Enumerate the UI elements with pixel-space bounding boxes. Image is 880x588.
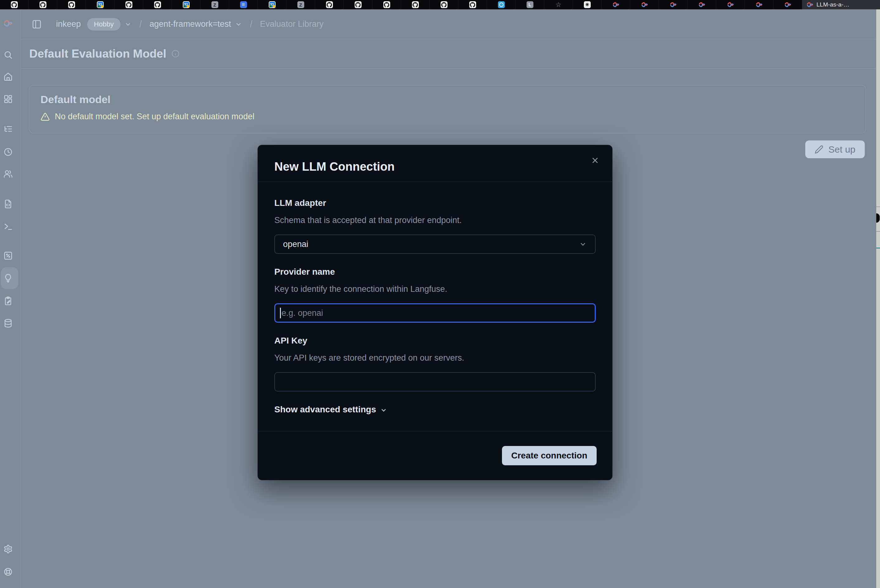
create-connection-button[interactable]: Create connection — [502, 446, 597, 465]
active-tab-title: LLM-as-a-… — [817, 1, 850, 8]
show-advanced-settings-toggle[interactable]: Show advanced settings — [274, 405, 387, 414]
warning-text: No default model set. Set up default eva… — [55, 112, 255, 122]
browser-tab-langfuse[interactable] — [716, 0, 745, 9]
card-title: Default model — [40, 93, 855, 106]
sidebar-item-datasets[interactable] — [3, 318, 14, 329]
panel-left-icon — [32, 19, 42, 29]
github-favicon-icon — [11, 1, 18, 8]
chat-favicon-icon — [498, 1, 505, 8]
llm-adapter-value: openai — [283, 240, 308, 249]
api-key-description: Your API keys are stored encrypted on ou… — [274, 353, 596, 363]
langfuse-favicon-icon — [784, 1, 791, 8]
github-favicon-icon — [355, 1, 361, 8]
plan-badge: Hobby — [87, 18, 121, 30]
browser-tab-langfuse[interactable] — [688, 0, 716, 9]
page-header: Default Evaluation Model — [21, 39, 876, 69]
sidebar-item-support[interactable] — [3, 566, 14, 578]
browser-tab-l[interactable]: L — [516, 0, 544, 9]
dialog-title: New LLM Connection — [274, 160, 597, 174]
sidebar-item-scores[interactable] — [3, 250, 14, 261]
advanced-settings-label: Show advanced settings — [274, 405, 376, 414]
sidebar-item-dashboards[interactable] — [3, 93, 14, 105]
browser-tab-langfuse[interactable] — [630, 0, 659, 9]
org-switcher-button[interactable] — [124, 21, 132, 28]
browser-tab-star[interactable]: ☆ — [544, 0, 573, 9]
browser-tab-github[interactable] — [401, 0, 430, 9]
browser-tab-langfuse[interactable] — [659, 0, 688, 9]
chevron-down-icon — [124, 21, 132, 28]
square-percent-icon — [3, 251, 13, 260]
edge-notch — [876, 213, 880, 223]
default-model-card: Default model No default model set. Set … — [29, 85, 866, 133]
browser-tab-github[interactable] — [143, 0, 172, 9]
dialog-footer: Create connection — [258, 431, 612, 480]
breadcrumb-org[interactable]: inkeep — [56, 19, 81, 29]
browser-tab-active[interactable]: LLM-as-a-… — [802, 0, 880, 9]
search-icon — [3, 50, 13, 60]
browser-tab-langfuse[interactable] — [745, 0, 774, 9]
provider-name-label: Provider name — [274, 267, 596, 277]
sidebar-item-settings[interactable] — [3, 543, 14, 555]
browser-tab-github[interactable] — [315, 0, 344, 9]
pencil-icon — [815, 145, 823, 154]
browser-tab-github[interactable] — [344, 0, 372, 9]
sidebar-item-home[interactable] — [3, 71, 14, 82]
llm-adapter-select[interactable]: openai — [274, 234, 596, 254]
chevron-down-icon — [579, 240, 587, 248]
browser-tab-z[interactable]: Z — [201, 0, 229, 9]
sidebar-item-prompts[interactable] — [3, 198, 14, 210]
sidebar-item-tracing[interactable] — [3, 123, 14, 135]
close-icon — [591, 156, 599, 165]
browser-tab-github[interactable] — [372, 0, 401, 9]
langfuse-favicon-icon — [807, 1, 813, 8]
lightbulb-icon — [3, 273, 13, 283]
browser-tab-z[interactable]: Z — [286, 0, 315, 9]
sidebar-item-playground[interactable] — [3, 221, 14, 232]
breadcrumb-separator: / — [139, 18, 142, 30]
browser-tab-chat[interactable] — [487, 0, 516, 9]
browser-tabs: 3131Z≡31ZL☆✳ — [0, 0, 802, 9]
sidebar-item-annotation-queues[interactable] — [3, 295, 14, 306]
browser-tab-github[interactable] — [28, 0, 57, 9]
users-icon — [3, 169, 13, 178]
sidebar-item-search[interactable] — [3, 49, 14, 60]
browser-tab-gcal[interactable]: 31 — [172, 0, 201, 9]
provider-name-placeholder: e.g. openai — [282, 308, 323, 318]
langfuse-favicon-icon — [756, 1, 763, 8]
github-favicon-icon — [383, 1, 390, 8]
browser-tab-github[interactable] — [430, 0, 458, 9]
github-favicon-icon — [326, 1, 333, 8]
browser-tab-docs[interactable]: ≡ — [229, 0, 258, 9]
dialog-close-button[interactable] — [590, 155, 600, 166]
z-favicon-icon: Z — [297, 1, 304, 8]
langfuse-favicon-icon — [641, 1, 648, 8]
sidebar-item-sessions[interactable] — [3, 146, 14, 158]
langfuse-logo-icon — [3, 19, 13, 28]
api-key-input[interactable] — [274, 372, 596, 392]
browser-tab-github[interactable] — [458, 0, 487, 9]
github-favicon-icon — [39, 1, 46, 8]
browser-tab-gcal[interactable]: 31 — [258, 0, 286, 9]
text-caret — [280, 308, 281, 318]
browser-tab-langfuse[interactable] — [774, 0, 802, 9]
list-tree-icon — [3, 124, 13, 134]
provider-name-input[interactable]: e.g. openai — [274, 303, 596, 322]
browser-tab-github[interactable] — [57, 0, 86, 9]
set-up-button[interactable]: Set up — [805, 141, 865, 158]
github-favicon-icon — [469, 1, 476, 8]
file-code-icon — [3, 200, 13, 208]
browser-tab-gcal[interactable]: 31 — [86, 0, 115, 9]
llm-adapter-description: Schema that is accepted at that provider… — [274, 216, 596, 225]
browser-tab-github[interactable] — [115, 0, 143, 9]
breadcrumb-project[interactable]: agent-framework=test — [150, 19, 231, 29]
browser-tab-github[interactable] — [0, 0, 28, 9]
info-icon[interactable] — [171, 50, 180, 58]
project-switcher-button[interactable] — [235, 21, 242, 28]
browser-tab-openai[interactable]: ✳ — [573, 0, 602, 9]
terminal-icon — [3, 222, 13, 231]
browser-tab-langfuse[interactable] — [602, 0, 630, 9]
github-favicon-icon — [412, 1, 419, 8]
sidebar-item-users[interactable] — [3, 168, 14, 179]
sidebar-item-evaluation[interactable] — [3, 273, 14, 284]
sidebar-toggle-button[interactable] — [31, 19, 42, 30]
